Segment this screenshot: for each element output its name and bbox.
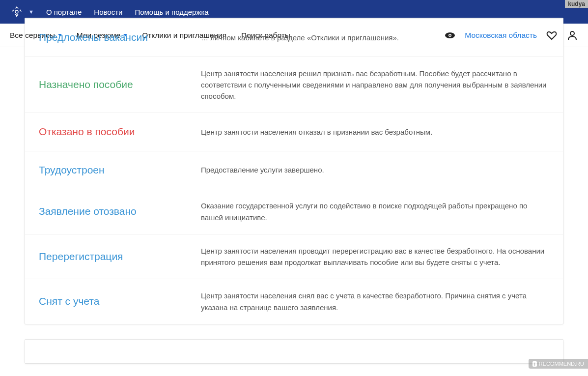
watermark-top: kudya: [565, 0, 588, 8]
heart-icon[interactable]: [546, 29, 558, 41]
svg-point-4: [570, 31, 574, 35]
status-table: Предложены вакансии… личном кабинете в р…: [25, 18, 563, 324]
table-row: Заявление отозваноОказание государственн…: [25, 189, 563, 234]
chevron-down-icon[interactable]: ▼: [28, 9, 34, 15]
table-row: ПеререгистрацияЦентр занятости населения…: [25, 234, 563, 279]
main-content: Предложены вакансии… личном кабинете в р…: [0, 18, 588, 376]
status-desc: Центр занятости населения проводит перер…: [187, 234, 563, 279]
table-row: Снят с учетаЦентр занятости населения сн…: [25, 279, 563, 324]
eye-icon[interactable]: [444, 29, 456, 41]
status-table-card: Предложены вакансии… личном кабинете в р…: [25, 18, 563, 324]
status-title: Перерегистрация: [25, 234, 187, 279]
watermark-bottom: i RECOMMEND.RU: [529, 359, 588, 369]
next-card: [25, 339, 563, 364]
emblem-icon: [10, 5, 24, 19]
status-title: Снят с учета: [25, 279, 187, 324]
topnav-help[interactable]: Помощь и поддержка: [135, 8, 208, 16]
status-title: Заявление отозвано: [25, 189, 187, 234]
status-desc: Центр занятости населения решил признать…: [187, 57, 563, 113]
topnav-news[interactable]: Новости: [94, 8, 122, 16]
table-row: ТрудоустроенПредоставление услуги заверш…: [25, 151, 563, 189]
user-icon[interactable]: [566, 29, 578, 41]
status-desc: Центр занятости населения снял вас с уче…: [187, 279, 563, 324]
status-title: Трудоустроен: [25, 151, 187, 189]
svg-point-3: [449, 34, 451, 36]
region-selector[interactable]: Московская область: [465, 31, 537, 40]
status-title: Отказано в пособии: [25, 113, 187, 151]
status-desc: Предоставление услуги завершено.: [187, 151, 563, 189]
status-desc: Центр занятости населения отказал в приз…: [187, 113, 563, 151]
topnav-about[interactable]: О портале: [46, 8, 82, 16]
table-row: Назначено пособиеЦентр занятости населен…: [25, 57, 563, 113]
status-desc: Оказание государственной услуги по содей…: [187, 189, 563, 234]
svg-point-0: [15, 10, 18, 13]
status-title: Назначено пособие: [25, 57, 187, 113]
table-row: Отказано в пособииЦентр занятости населе…: [25, 113, 563, 151]
